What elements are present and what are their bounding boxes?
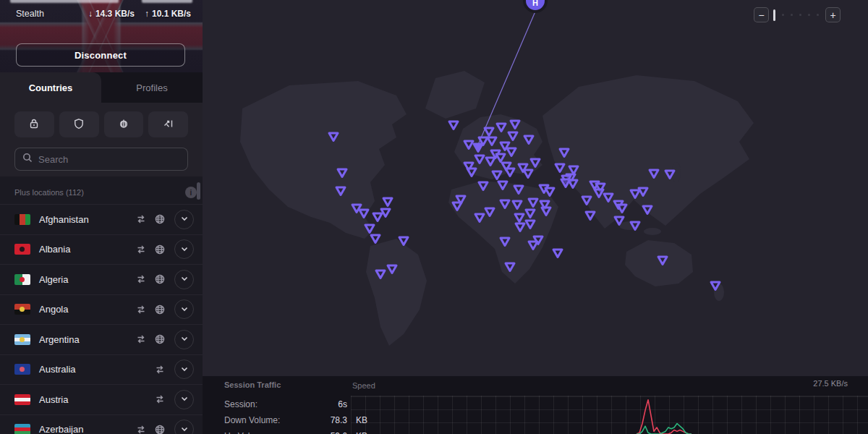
statistics-panel: Session Traffic Session: 6s Down Volume:… — [203, 376, 868, 434]
zoom-out-button[interactable]: − — [754, 7, 769, 22]
country-name: Afghanistan — [39, 214, 134, 225]
streaming-swap-icon[interactable] — [153, 362, 167, 377]
sidebar-scrollbar[interactable] — [197, 182, 200, 200]
globe-icon[interactable] — [153, 212, 167, 226]
chevron-down-icon — [180, 423, 189, 434]
country-flag-icon — [14, 334, 30, 345]
country-name: Argentina — [39, 334, 134, 345]
stat-label: Up Volume: — [224, 431, 304, 434]
sidebar-tabs: Countries Profiles — [0, 72, 203, 103]
globe-icon[interactable] — [153, 332, 167, 346]
country-row[interactable]: Argentina — [0, 324, 203, 354]
zoom-in-button[interactable]: + — [825, 7, 841, 22]
globe-icon[interactable] — [153, 272, 167, 286]
server-name-clipped — [10, 0, 192, 7]
tor-onion-icon — [118, 118, 129, 132]
stat-value: 59.6 — [304, 431, 347, 434]
expand-country-button[interactable] — [174, 299, 194, 319]
flag-emblem — [20, 307, 25, 312]
expand-country-button[interactable] — [174, 390, 194, 409]
server-pin[interactable] — [506, 169, 514, 176]
chevron-down-icon — [180, 213, 189, 226]
country-flag-icon — [14, 244, 30, 255]
speed-line-upload — [637, 424, 692, 434]
country-flag-icon — [14, 424, 30, 434]
country-flag-icon — [14, 214, 30, 225]
country-row[interactable]: Azerbaijan — [0, 414, 203, 434]
p2p-filter-button[interactable] — [148, 111, 188, 137]
expand-country-button[interactable] — [174, 330, 194, 349]
streaming-swap-icon[interactable] — [134, 302, 148, 317]
disconnect-button[interactable]: Disconnect — [16, 43, 185, 67]
globe-icon[interactable] — [153, 422, 167, 434]
chevron-down-icon — [180, 333, 189, 346]
upload-speed: ↑10.1 KB/s — [145, 9, 191, 19]
tab-countries[interactable]: Countries — [0, 72, 101, 103]
streaming-swap-icon[interactable] — [134, 332, 148, 346]
globe-icon[interactable] — [153, 242, 167, 257]
server-pin[interactable] — [381, 209, 390, 217]
expand-country-button[interactable] — [174, 210, 194, 229]
country-row[interactable]: Austria — [0, 384, 203, 414]
zoom-slider[interactable] — [773, 9, 821, 21]
netshield-filter-button[interactable] — [59, 111, 99, 137]
search-icon — [22, 153, 33, 166]
server-pin[interactable] — [553, 250, 562, 258]
globe-icon[interactable] — [153, 302, 167, 317]
expand-country-button[interactable] — [174, 420, 194, 434]
lock-icon — [28, 118, 40, 132]
expand-country-button[interactable] — [174, 239, 194, 259]
shield-icon — [73, 118, 85, 132]
streaming-swap-icon[interactable] — [134, 242, 148, 257]
flag-emblem — [20, 337, 25, 342]
world-map-canvas[interactable]: H − + — [203, 0, 868, 434]
p2p-arrows-icon — [163, 118, 174, 132]
expand-country-button[interactable] — [174, 359, 194, 379]
server-pin[interactable] — [586, 212, 595, 220]
stat-value: 6s — [304, 399, 347, 409]
tor-filter-button[interactable] — [104, 111, 144, 137]
expand-country-button[interactable] — [174, 270, 194, 289]
streaming-swap-icon[interactable] — [134, 212, 148, 226]
chevron-down-icon — [180, 363, 189, 376]
country-row[interactable]: Algeria — [0, 264, 203, 294]
vpn-app-window: Stealth ↓14.3 KB/s ↑10.1 KB/s Disconnect… — [0, 0, 868, 434]
zoom-slider-handle[interactable] — [773, 9, 775, 21]
chevron-down-icon — [180, 243, 189, 256]
country-row[interactable]: Australia — [0, 354, 203, 385]
stat-label: Down Volume: — [224, 415, 304, 425]
info-icon[interactable]: i — [185, 187, 197, 198]
country-name: Australia — [39, 364, 153, 375]
server-meta-blur — [142, 0, 192, 3]
download-speed: ↓14.3 KB/s — [88, 9, 135, 19]
world-map-landmass — [203, 0, 868, 434]
streaming-swap-icon[interactable] — [134, 272, 148, 286]
country-row[interactable]: Angola — [0, 294, 203, 325]
country-name: Azerbaijan — [39, 424, 134, 434]
connection-card: Stealth ↓14.3 KB/s ↑10.1 KB/s Disconnect — [0, 0, 203, 72]
server-pin[interactable] — [524, 170, 532, 178]
country-flag-icon — [14, 304, 30, 315]
speed-chart-title: Speed — [352, 381, 375, 390]
country-row[interactable]: Albania — [0, 234, 203, 265]
locations-count-label: Plus locations (112) — [14, 188, 84, 197]
search-box[interactable] — [14, 148, 188, 171]
tab-profiles[interactable]: Profiles — [101, 72, 203, 103]
search-input[interactable] — [38, 154, 180, 165]
flag-emblem — [20, 247, 25, 252]
filters-panel — [0, 103, 203, 176]
server-pin[interactable] — [561, 179, 570, 187]
upload-arrow-icon: ↑ — [145, 9, 149, 19]
server-pin[interactable] — [371, 235, 380, 243]
secure-core-filter-button[interactable] — [14, 111, 54, 137]
country-row[interactable]: Afghanistan — [0, 204, 203, 234]
streaming-swap-icon[interactable] — [134, 422, 148, 434]
server-pin[interactable] — [373, 213, 382, 221]
country-name: Austria — [39, 394, 153, 405]
speed-chart: Speed 27.5 KB/s — [351, 376, 868, 434]
server-pin[interactable] — [449, 122, 458, 129]
chevron-down-icon — [180, 303, 189, 316]
server-pin[interactable] — [383, 198, 392, 206]
country-flag-icon — [14, 364, 30, 375]
streaming-swap-icon[interactable] — [153, 392, 167, 407]
